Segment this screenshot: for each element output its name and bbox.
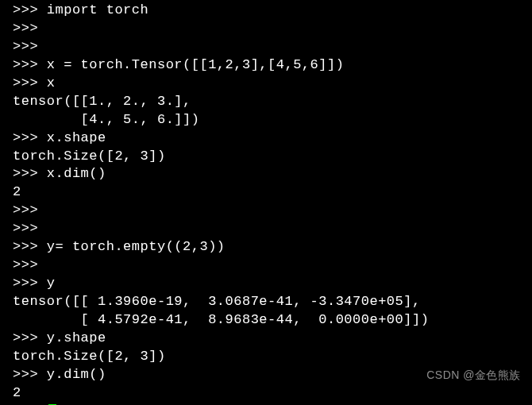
terminal-line: >>> [13, 202, 532, 220]
terminal-line: >>> import torch [13, 2, 532, 20]
terminal-line: >>> [13, 38, 532, 56]
terminal-line: >>> x.shape [13, 129, 532, 148]
terminal-line: torch.Size([2, 3]) [13, 348, 532, 366]
terminal-line: >>> [13, 403, 532, 405]
terminal-line: >>> x.dim() [13, 165, 532, 183]
terminal-line: [ 4.5792e-41, 8.9683e-44, 0.0000e+00]]) [13, 311, 532, 330]
terminal-output[interactable]: >>> import torch>>>>>>>>> x = torch.Tens… [13, 2, 532, 405]
terminal-line: >>> y= torch.empty((2,3)) [13, 238, 532, 256]
terminal-line: >>> [13, 20, 532, 38]
terminal-line: [4., 5., 6.]]) [13, 111, 532, 129]
terminal-line: >>> y.shape [13, 330, 532, 348]
terminal-line: >>> x [13, 75, 532, 93]
terminal-line: tensor([[ 1.3960e-19, 3.0687e-41, -3.347… [13, 293, 532, 311]
terminal-line: >>> [13, 220, 532, 238]
terminal-line: torch.Size([2, 3]) [13, 148, 532, 166]
terminal-line: 2 [13, 384, 532, 403]
watermark-text: CSDN @金色熊族 [426, 368, 521, 383]
terminal-line: >>> [13, 256, 532, 275]
terminal-line: tensor([[1., 2., 3.], [13, 93, 532, 111]
terminal-line: >>> x = torch.Tensor([[1,2,3],[4,5,6]]) [13, 56, 532, 75]
terminal-line: >>> y [13, 275, 532, 293]
terminal-line: 2 [13, 183, 532, 202]
